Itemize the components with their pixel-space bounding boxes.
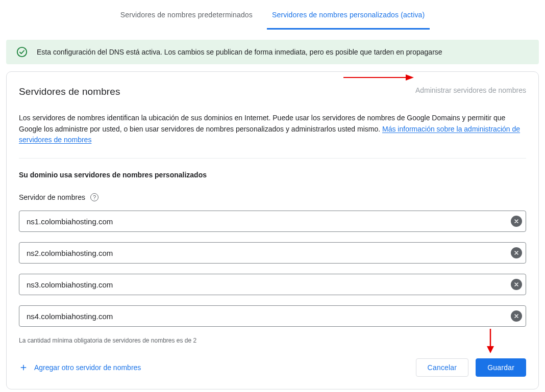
banner-message: Esta configuración del DNS está activa. … bbox=[37, 48, 442, 56]
nameserver-row bbox=[19, 305, 526, 327]
nameserver-row bbox=[19, 211, 526, 232]
nameserver-input[interactable] bbox=[19, 211, 526, 232]
check-circle-icon bbox=[16, 46, 28, 58]
nameserver-field-label: Servidor de nombres bbox=[19, 193, 85, 201]
add-nameserver-button[interactable]: Agregar otro servidor de nombres bbox=[19, 363, 141, 372]
min-nameservers-hint: La cantidad mínima obligatoria de servid… bbox=[19, 337, 526, 344]
card-description: Los servidores de nombres identifican la… bbox=[19, 113, 526, 146]
clear-input-button[interactable] bbox=[511, 216, 522, 227]
svg-point-0 bbox=[17, 47, 27, 57]
divider bbox=[19, 158, 526, 159]
clear-input-button[interactable] bbox=[511, 247, 522, 258]
dns-active-banner: Esta configuración del DNS está activa. … bbox=[6, 40, 539, 64]
nameserver-list bbox=[19, 211, 526, 327]
nameserver-row bbox=[19, 274, 526, 295]
nameservers-card: Servidores de nombres Administrar servid… bbox=[6, 71, 539, 389]
clear-input-button[interactable] bbox=[511, 279, 522, 290]
card-title: Servidores de nombres bbox=[19, 86, 120, 97]
nameserver-input[interactable] bbox=[19, 242, 526, 264]
help-icon[interactable]: ? bbox=[90, 193, 98, 201]
plus-icon bbox=[19, 363, 28, 372]
nameserver-row bbox=[19, 242, 526, 264]
tab-custom-nameservers[interactable]: Servidores de nombres personalizados (ac… bbox=[267, 11, 430, 30]
custom-ns-heading: Su dominio usa servidores de nombres per… bbox=[19, 171, 526, 179]
save-button[interactable]: Guardar bbox=[476, 358, 526, 377]
cancel-button[interactable]: Cancelar bbox=[416, 358, 469, 377]
tab-default-nameservers[interactable]: Servidores de nombres predeterminados bbox=[115, 11, 258, 30]
nameserver-input[interactable] bbox=[19, 305, 526, 327]
nameserver-input[interactable] bbox=[19, 274, 526, 295]
svg-marker-2 bbox=[406, 74, 414, 81]
clear-input-button[interactable] bbox=[511, 310, 522, 322]
add-nameserver-label: Agregar otro servidor de nombres bbox=[34, 363, 141, 372]
dns-tabs: Servidores de nombres predeterminados Se… bbox=[6, 0, 539, 30]
svg-marker-4 bbox=[487, 346, 494, 353]
manage-nameservers-link[interactable]: Administrar servidores de nombres bbox=[415, 86, 526, 94]
annotation-arrow-manage bbox=[343, 73, 415, 82]
